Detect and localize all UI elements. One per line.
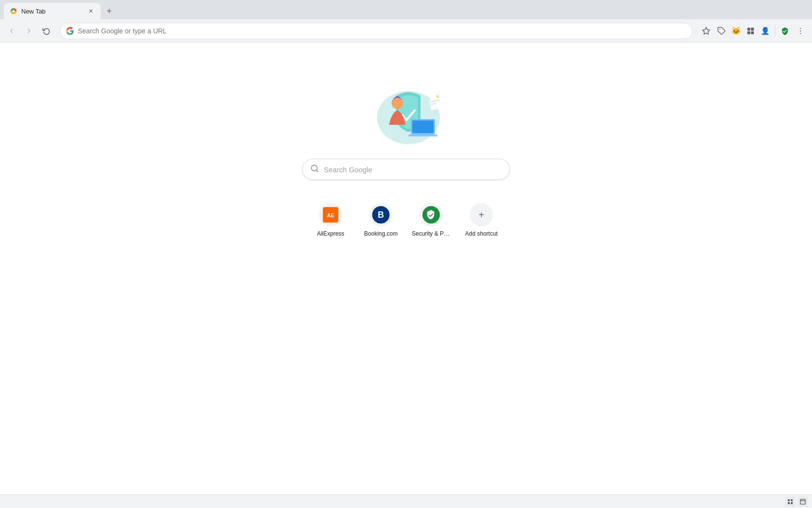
shortcut-booking[interactable]: B Booking.com (358, 199, 404, 241)
toolbar-actions: 🐱 👤 (698, 23, 808, 39)
profile-icon[interactable]: 👤 (758, 24, 772, 38)
svg-rect-6 (751, 28, 754, 30)
svg-rect-24 (788, 499, 790, 501)
extension-icon-1[interactable] (715, 24, 728, 38)
svg-rect-16 (408, 134, 437, 136)
svg-rect-17 (429, 97, 445, 110)
security-shortcut-icon (422, 206, 440, 224)
shortcuts-grid: AE AliExpress B Booking.com (307, 199, 505, 241)
chrome-menu-button[interactable] (793, 23, 808, 39)
svg-marker-3 (703, 27, 710, 34)
booking-icon-wrap: B (369, 203, 392, 226)
search-icon (310, 164, 319, 175)
back-button[interactable] (4, 23, 19, 39)
shortcut-aliexpress[interactable]: AE AliExpress (307, 199, 354, 241)
aliexpress-icon: AE (323, 207, 338, 223)
booking-icon: B (372, 206, 390, 224)
toolbar-separator (775, 26, 775, 36)
tab-favicon (10, 7, 17, 15)
svg-rect-27 (791, 502, 793, 504)
toolbar: 🐱 👤 (0, 19, 812, 43)
svg-point-2 (13, 10, 15, 13)
svg-marker-20 (435, 94, 439, 98)
new-tab-button[interactable]: + (102, 4, 116, 18)
svg-rect-7 (747, 31, 750, 34)
add-shortcut-label: Add shortcut (465, 230, 497, 237)
aliexpress-icon-wrap: AE (319, 203, 342, 226)
security-extension-icon[interactable] (778, 24, 792, 38)
security-label: Security & Priv... (412, 230, 450, 237)
address-bar[interactable] (60, 23, 693, 39)
svg-rect-5 (747, 28, 750, 30)
shortcut-add[interactable]: + Add shortcut (458, 199, 505, 241)
svg-rect-8 (751, 31, 754, 34)
tab-title: New Tab (21, 8, 83, 15)
security-icon-wrap (420, 203, 443, 226)
add-shortcut-icon-wrap: + (470, 203, 493, 226)
aliexpress-label: AliExpress (317, 230, 345, 237)
svg-point-9 (800, 28, 801, 29)
search-input[interactable] (324, 165, 502, 174)
extension-icon-2[interactable]: 🐱 (729, 24, 743, 38)
forward-button[interactable] (21, 23, 37, 39)
svg-rect-25 (791, 499, 793, 501)
svg-rect-26 (788, 502, 790, 504)
search-container (302, 159, 510, 180)
browser-frame: New Tab ✕ + (0, 0, 812, 508)
bottom-button-1[interactable] (785, 496, 796, 507)
bottom-button-2[interactable] (798, 496, 808, 507)
shortcut-security[interactable]: Security & Priv... (408, 199, 454, 241)
hero-illustration (358, 81, 454, 144)
search-bar[interactable] (302, 159, 510, 180)
tab-bar: New Tab ✕ + (0, 0, 812, 19)
add-shortcut-icon: + (470, 203, 493, 226)
reload-button[interactable] (39, 23, 54, 39)
svg-rect-28 (800, 499, 805, 504)
extension-icon-3[interactable] (744, 24, 757, 38)
google-icon (66, 27, 74, 35)
svg-point-13 (392, 97, 403, 109)
svg-point-11 (800, 33, 801, 34)
new-tab-page: AE AliExpress B Booking.com (0, 43, 812, 508)
svg-point-10 (800, 30, 801, 31)
svg-text:AE: AE (327, 212, 334, 218)
tab-close-button[interactable]: ✕ (87, 7, 95, 15)
bookmark-button[interactable] (698, 23, 714, 39)
active-tab[interactable]: New Tab ✕ (4, 3, 101, 19)
booking-label: Booking.com (364, 230, 397, 237)
svg-rect-15 (412, 120, 434, 133)
url-input[interactable] (78, 27, 686, 35)
bottom-bar (0, 494, 812, 508)
